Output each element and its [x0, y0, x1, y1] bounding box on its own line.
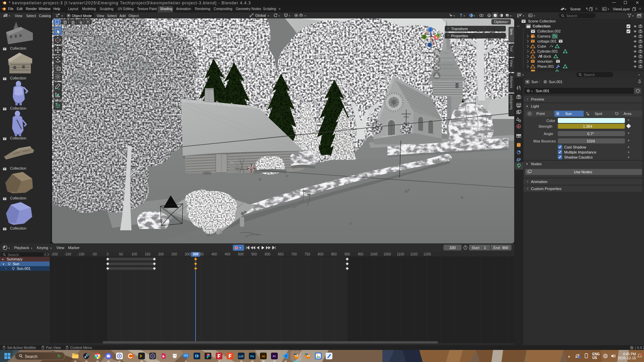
svg-text:Scene Collection: Scene Collection — [528, 19, 556, 23]
svg-text:Z: Z — [429, 28, 431, 32]
svg-text:Cylinder.001: Cylinder.001 — [537, 49, 558, 53]
svg-text:LrC: LrC — [238, 355, 244, 358]
svg-text:Y: Y — [437, 34, 439, 37]
svg-text:dock: dock — [543, 54, 551, 58]
svg-text:Ps: Ps — [250, 355, 254, 358]
svg-text:Collection.002: Collection.002 — [537, 29, 561, 33]
svg-text:Collection: Collection — [533, 24, 550, 28]
svg-text:cottage.001: cottage.001 — [537, 39, 557, 43]
svg-text:Ai: Ai — [262, 355, 265, 358]
svg-text:Pr: Pr — [273, 355, 276, 358]
svg-text:Camera: Camera — [537, 34, 551, 38]
svg-text:mountain: mountain — [537, 59, 552, 63]
svg-text:Plane.001: Plane.001 — [537, 64, 554, 68]
svg-text:Cube: Cube — [537, 44, 546, 48]
